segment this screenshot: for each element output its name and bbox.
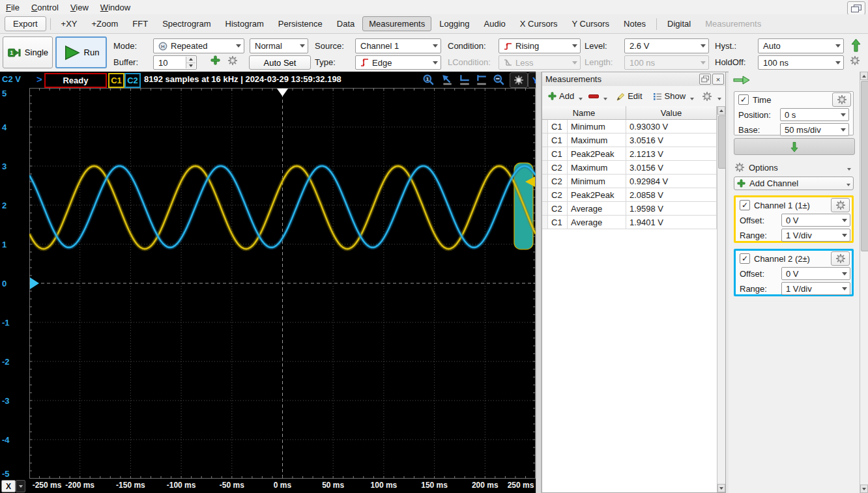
view-tab-persistence[interactable]: Persistence xyxy=(272,16,329,31)
source-dropdown[interactable]: Channel 1 xyxy=(355,38,441,53)
measurement-name: Average xyxy=(568,202,626,215)
time-checkbox[interactable]: ✓ xyxy=(738,94,749,105)
buffer-input[interactable]: 10 xyxy=(153,55,197,70)
cascade-windows-icon[interactable] xyxy=(847,1,865,15)
show-measurement-button[interactable]: Show xyxy=(650,89,689,103)
x-axis-button[interactable]: X xyxy=(1,480,16,492)
zoom-in-icon[interactable]: 1 xyxy=(422,74,438,86)
add-caret-icon[interactable] xyxy=(579,98,583,100)
oscilloscope-plot[interactable] xyxy=(29,88,536,479)
position-dropdown[interactable]: 0 s xyxy=(780,108,849,121)
close-icon[interactable]: × xyxy=(712,74,724,85)
collapse-panel-icon[interactable] xyxy=(733,76,751,86)
view-tab-x-cursors[interactable]: X Cursors xyxy=(514,16,564,31)
channel2-checkbox[interactable]: ✓ xyxy=(740,253,750,264)
cursor-horizontal-icon[interactable] xyxy=(459,74,474,86)
zoom-out-icon[interactable] xyxy=(493,74,508,86)
measurements-gear-icon[interactable] xyxy=(700,89,716,104)
channel2-gear-icon[interactable] xyxy=(831,251,850,266)
cursor-vertical-icon[interactable] xyxy=(476,74,491,86)
scroll-up-icon[interactable] xyxy=(860,72,868,80)
run-button[interactable]: Run xyxy=(55,36,107,68)
measurement-row[interactable]: C1 Average 1.9401 V xyxy=(542,216,717,229)
view-tab-plus-zoom[interactable]: +Zoom xyxy=(85,16,125,31)
type-dropdown[interactable]: Edge xyxy=(355,55,441,70)
undock-icon[interactable] xyxy=(699,74,711,85)
remove-measurement-button[interactable] xyxy=(586,92,601,100)
measurement-row[interactable]: C2 Average 1.9598 V xyxy=(542,202,717,216)
add-channel-button[interactable]: Add Channel xyxy=(734,176,854,190)
channel2-offset-dropdown[interactable]: 0 V xyxy=(781,267,850,280)
channel1-offset-dropdown[interactable]: 0 V xyxy=(781,214,850,227)
single-button[interactable]: 1 Single xyxy=(3,36,53,68)
acquisition-dropdown[interactable]: Normal xyxy=(250,38,308,53)
apply-down-button[interactable] xyxy=(734,138,855,155)
measurement-row[interactable]: C2 Maximum 3.0156 V xyxy=(542,161,717,175)
menu-file[interactable]: File xyxy=(0,2,25,13)
show-caret-icon[interactable] xyxy=(690,98,694,100)
menu-view[interactable]: View xyxy=(65,2,94,13)
measurement-row[interactable]: C2 Peak2Peak 2.0858 V xyxy=(542,188,717,202)
panel-splitter[interactable] xyxy=(536,72,542,493)
channel2-range-dropdown[interactable]: 1 V/div xyxy=(781,282,850,295)
view-tab-logging[interactable]: Logging xyxy=(433,16,476,31)
holdoff-dropdown[interactable]: 100 ns xyxy=(758,55,844,70)
channel1-tab[interactable]: C1 xyxy=(108,73,124,88)
scroll-up-icon[interactable] xyxy=(717,106,725,115)
plot-gear-icon[interactable] xyxy=(510,72,528,88)
measurement-row[interactable]: C1 Minimum 0.93030 V xyxy=(542,120,717,134)
view-tab-y-cursors[interactable]: Y Cursors xyxy=(566,16,616,31)
options-row[interactable]: Options xyxy=(734,162,854,174)
expand-arrow-icon[interactable]: > xyxy=(36,74,42,85)
channel2-tab[interactable]: C2 xyxy=(124,73,141,88)
menu-window[interactable]: Window xyxy=(94,2,136,13)
channel1-range-dropdown[interactable]: 1 V/div xyxy=(781,229,850,242)
view-tab-export[interactable]: Export xyxy=(5,16,46,31)
view-tab-measurements[interactable]: Measurements xyxy=(362,16,431,31)
condition-dropdown[interactable]: Rising xyxy=(499,38,581,53)
menu-control[interactable]: Control xyxy=(25,2,65,13)
autoset-button[interactable]: Auto Set xyxy=(249,55,311,70)
buffer-spinner[interactable] xyxy=(186,57,195,68)
measurements-table-header[interactable]: Name Value xyxy=(542,106,717,120)
remove-caret-icon[interactable] xyxy=(603,98,607,100)
arrow-up-icon[interactable] xyxy=(851,38,861,55)
add-buffer-icon[interactable] xyxy=(210,55,220,67)
view-tab-fft[interactable]: FFT xyxy=(126,16,154,31)
hysteresis-dropdown[interactable]: Auto xyxy=(758,38,844,53)
view-tab-plus-xy[interactable]: +XY xyxy=(55,16,84,31)
measurement-row[interactable]: C2 Minimum 0.92984 V xyxy=(542,175,717,188)
buffer-gear-icon[interactable] xyxy=(228,56,239,66)
trigger-gear-icon[interactable] xyxy=(850,56,861,67)
scroll-down-icon[interactable] xyxy=(717,484,725,492)
gear-caret-icon[interactable] xyxy=(717,98,721,100)
view-tab-notes[interactable]: Notes xyxy=(617,16,652,31)
panel-scrollbar[interactable] xyxy=(860,72,868,493)
measurement-row[interactable]: C1 Peak2Peak 2.1213 V xyxy=(542,147,717,161)
base-dropdown[interactable]: 50 ms/div xyxy=(780,123,849,136)
svg-text:1: 1 xyxy=(10,49,13,55)
scrollbar-thumb[interactable] xyxy=(718,115,726,169)
time-gear-icon[interactable] xyxy=(832,92,851,107)
mode-dropdown[interactable]: HRepeated xyxy=(153,38,244,53)
view-tab-spectrogram[interactable]: Spectrogram xyxy=(156,16,217,31)
channel1-gear-icon[interactable] xyxy=(831,198,850,212)
view-tab-audio[interactable]: Audio xyxy=(478,16,512,31)
view-tab-data[interactable]: Data xyxy=(330,16,361,31)
measurements-scrollbar[interactable] xyxy=(717,106,725,492)
selected-axis-label[interactable]: C2 V xyxy=(2,74,21,84)
edit-measurement-button[interactable]: Edit xyxy=(613,89,644,103)
scroll-down-icon[interactable] xyxy=(860,485,868,493)
view-tab-histogram[interactable]: Histogram xyxy=(219,16,270,31)
view-tab-measurements-2[interactable]: Measurements xyxy=(699,16,768,31)
add-measurement-button[interactable]: Add xyxy=(545,89,577,103)
scrollbar-thumb[interactable] xyxy=(861,81,868,251)
level-dropdown[interactable]: 2.6 V xyxy=(624,38,709,53)
view-tab-digital[interactable]: Digital xyxy=(661,16,697,31)
measurement-row[interactable]: C1 Maximum 3.0516 V xyxy=(542,134,717,147)
measurement-channel: C2 xyxy=(548,175,568,188)
menu-bar: File Control View Window xyxy=(0,0,868,15)
pan-arrow-icon[interactable] xyxy=(441,74,457,86)
plot-area[interactable] xyxy=(29,88,536,479)
channel1-checkbox[interactable]: ✓ xyxy=(740,200,750,210)
